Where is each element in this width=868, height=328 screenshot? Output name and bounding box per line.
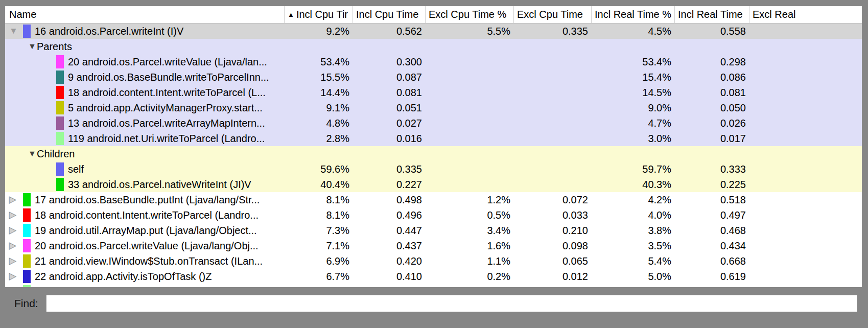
cell-incl-cpu-tir <box>284 39 353 54</box>
column-header-excl-real[interactable]: Excl Real <box>749 6 862 23</box>
method-name: 5 android.app.ActivityManagerProxy.start… <box>68 100 263 115</box>
cell-excl-cpu-time-: 5.5% <box>425 24 513 39</box>
method-color-chip <box>23 224 31 237</box>
column-header-incl-cpu-time[interactable]: Incl Cpu Time <box>353 6 425 23</box>
column-header-name[interactable]: Name <box>5 6 284 23</box>
cell-incl-real-time: 0.518 <box>674 192 749 207</box>
table-row[interactable]: 13 android.os.Parcel.writeArrayMapIntern… <box>5 115 862 131</box>
column-header-label: Incl Cpu Time <box>356 9 418 20</box>
cell-incl-real-time <box>674 39 749 54</box>
cell-incl-cpu-time: 0.081 <box>353 85 425 100</box>
cell-excl-real <box>749 24 862 39</box>
cell-incl-cpu-time: 0.016 <box>353 131 425 146</box>
method-color-chip <box>23 239 31 252</box>
table-row[interactable]: 33 android.os.Parcel.nativeWriteInt (JI)… <box>5 177 862 192</box>
cell-excl-real <box>749 192 862 207</box>
cell-excl-real <box>749 39 862 54</box>
table-header: Name▲Incl Cpu TirIncl Cpu TimeExcl Cpu T… <box>5 6 862 24</box>
table-row[interactable]: 9 android.os.BaseBundle.writeToParcelInn… <box>5 69 862 85</box>
cell-incl-real-time: 0.298 <box>674 54 749 69</box>
cell-excl-real <box>749 100 862 115</box>
table-row[interactable]: self59.6%0.33559.7%0.333 <box>5 161 862 177</box>
method-color-chip <box>56 101 64 114</box>
cell-excl-real <box>749 223 862 238</box>
disclosure-expanded-icon[interactable]: ▼ <box>28 39 36 54</box>
cell-incl-cpu-tir: 4.8% <box>284 115 353 131</box>
cell-incl-real-time-: 9.0% <box>591 100 674 115</box>
cell-excl-cpu-time: 0.098 <box>513 238 591 253</box>
cell-incl-cpu-tir: 6.7% <box>284 269 353 284</box>
cell-incl-cpu-tir: 9.2% <box>284 24 353 39</box>
method-color-chip <box>23 254 31 268</box>
cell-incl-real-time-: 4.5% <box>591 24 674 39</box>
method-name: 9 android.os.BaseBundle.writeToParcelInn… <box>68 69 269 85</box>
name-cell: ▶19 android.util.ArrayMap.put (Ljava/lan… <box>5 223 284 238</box>
column-header-excl-cpu-time[interactable]: Excl Cpu Time <box>513 6 591 23</box>
cell-incl-cpu-tir <box>284 146 353 161</box>
find-input[interactable] <box>46 295 857 312</box>
cell-incl-cpu-time: 0.051 <box>353 100 425 115</box>
cell-excl-cpu-time-: 1.6% <box>425 238 513 253</box>
name-cell: 13 android.os.Parcel.writeArrayMapIntern… <box>5 115 284 131</box>
table-row[interactable]: ▶21 android.view.IWindow$Stub.onTransact… <box>5 253 862 269</box>
disclosure-expanded-icon[interactable]: ▼ <box>28 146 36 161</box>
cell-excl-cpu-time: 0.012 <box>513 269 591 284</box>
cell-excl-cpu-time <box>513 54 591 69</box>
method-name: 20 android.os.Parcel.writeValue (Ljava/l… <box>68 54 267 69</box>
cell-incl-cpu-tir: 14.4% <box>284 85 353 100</box>
cell-incl-cpu-time <box>353 39 425 54</box>
cell-incl-real-time-: 14.5% <box>591 85 674 100</box>
table-row[interactable]: ▶20 android.os.Parcel.writeValue (Ljava/… <box>5 238 862 253</box>
column-header-incl-real-time-[interactable]: Incl Real Time % <box>591 6 674 23</box>
table-row[interactable]: ▶17 android.os.BaseBundle.putInt (Ljava/… <box>5 192 862 207</box>
table-row[interactable]: ▶19 android.util.ArrayMap.put (Ljava/lan… <box>5 223 862 238</box>
disclosure-collapsed-icon[interactable]: ▶ <box>9 269 16 284</box>
table-row[interactable]: ▼16 android.os.Parcel.writeInt (I)V9.2%0… <box>5 24 862 39</box>
table-row[interactable]: 18 android.content.Intent.writeToParcel … <box>5 85 862 100</box>
profiler-table: Name▲Incl Cpu TirIncl Cpu TimeExcl Cpu T… <box>5 6 862 287</box>
table-row[interactable]: 119 android.net.Uri.writeToParcel (Landr… <box>5 131 862 146</box>
table-row[interactable]: ▶18 android.content.Intent.writeToParcel… <box>5 207 862 223</box>
disclosure-collapsed-icon[interactable]: ▶ <box>9 207 16 223</box>
cell-incl-real-time-: 3.8% <box>591 223 674 238</box>
cell-incl-cpu-time: 0.420 <box>353 253 425 269</box>
cell-excl-real <box>749 69 862 85</box>
cell-incl-cpu-time <box>353 146 425 161</box>
disclosure-collapsed-icon[interactable]: ▶ <box>9 192 16 207</box>
method-color-chip <box>23 270 31 283</box>
cell-incl-cpu-time: 0.410 <box>353 269 425 284</box>
cell-incl-real-time-: 3.0% <box>591 131 674 146</box>
method-color-chip <box>56 86 64 99</box>
cell-incl-real-time-: 53.4% <box>591 54 674 69</box>
cell-excl-cpu-time- <box>425 115 513 131</box>
table-row[interactable]: 20 android.os.Parcel.writeValue (Ljava/l… <box>5 54 862 69</box>
cell-incl-cpu-tir: 40.4% <box>284 177 353 192</box>
disclosure-expanded-icon[interactable]: ▼ <box>9 24 18 39</box>
cell-incl-real-time: 0.619 <box>674 269 749 284</box>
table-row[interactable]: ▶22 android.app.Activity.isTopOfTask ()Z… <box>5 269 862 284</box>
cell-incl-real-time-: 59.7% <box>591 161 674 177</box>
column-header-incl-real-time[interactable]: Incl Real Time <box>674 6 749 23</box>
cell-excl-cpu-time-: 0.5% <box>425 207 513 223</box>
name-cell: 33 android.os.Parcel.nativeWriteInt (JI)… <box>5 177 284 192</box>
cell-excl-real <box>749 85 862 100</box>
cell-excl-cpu-time <box>513 115 591 131</box>
cell-incl-cpu-time: 0.027 <box>353 115 425 131</box>
name-cell: 119 android.net.Uri.writeToParcel (Landr… <box>5 131 284 146</box>
column-header-excl-cpu-time-[interactable]: Excl Cpu Time % <box>425 6 513 23</box>
cell-incl-real-time: 0.434 <box>674 238 749 253</box>
cell-excl-cpu-time: 0.065 <box>513 253 591 269</box>
disclosure-collapsed-icon[interactable]: ▶ <box>9 223 16 238</box>
section-row[interactable]: ▼Parents <box>5 39 862 54</box>
cell-incl-real-time: 0.333 <box>674 161 749 177</box>
cell-excl-cpu-time: 0.033 <box>513 207 591 223</box>
cell-incl-cpu-tir: 2.8% <box>284 131 353 146</box>
column-header-label: Name <box>9 9 36 20</box>
disclosure-collapsed-icon[interactable]: ▶ <box>9 238 16 253</box>
cell-excl-real <box>749 253 862 269</box>
disclosure-collapsed-icon[interactable]: ▶ <box>9 253 16 269</box>
cell-excl-cpu-time- <box>425 131 513 146</box>
section-row[interactable]: ▼Children <box>5 146 862 161</box>
column-header-incl-cpu-tir[interactable]: ▲Incl Cpu Tir <box>284 6 353 23</box>
table-row[interactable]: 5 android.app.ActivityManagerProxy.start… <box>5 100 862 115</box>
